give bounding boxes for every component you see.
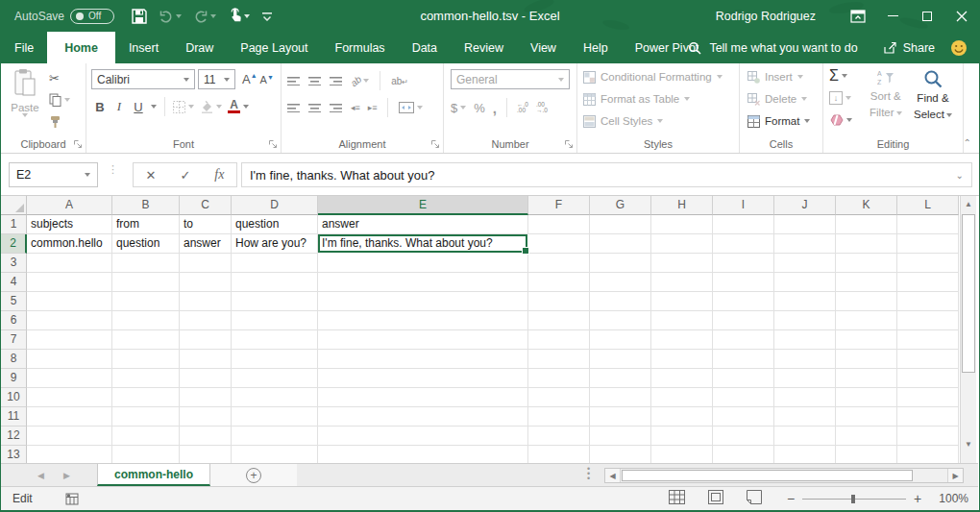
cell-I13[interactable] <box>713 446 774 463</box>
underline-button[interactable]: U <box>132 100 145 114</box>
cell-E5[interactable] <box>318 292 528 311</box>
cell-F9[interactable] <box>528 369 590 388</box>
tab-strip-resize-handle[interactable]: ••• <box>587 467 590 481</box>
cell-C13[interactable] <box>180 446 232 463</box>
cell-A5[interactable] <box>27 292 112 311</box>
column-header-L[interactable]: L <box>897 196 959 215</box>
cell-G7[interactable] <box>590 330 651 350</box>
row-header-11[interactable]: 11 <box>1 407 27 427</box>
save-button[interactable] <box>128 4 151 29</box>
cell-F12[interactable] <box>528 427 590 446</box>
row-header-2[interactable]: 2 <box>1 234 27 254</box>
tab-data[interactable]: Data <box>399 32 451 63</box>
formula-bar-resize-handle[interactable]: ⋮ <box>108 166 118 172</box>
cell-E6[interactable] <box>318 311 528 330</box>
column-header-K[interactable]: K <box>836 196 897 215</box>
cell-D8[interactable] <box>232 350 318 369</box>
alignment-dialog-launcher[interactable] <box>430 139 440 149</box>
row-header-12[interactable]: 12 <box>1 427 27 446</box>
scroll-up-arrow[interactable]: ▲ <box>961 196 976 212</box>
column-header-F[interactable]: F <box>528 196 590 215</box>
cell-L13[interactable] <box>897 446 959 463</box>
insert-cells-button[interactable]: Insert <box>747 67 803 86</box>
cell-D4[interactable] <box>232 273 318 292</box>
cell-C9[interactable] <box>180 369 232 388</box>
cell-J7[interactable] <box>774 330 836 350</box>
row-header-10[interactable]: 10 <box>1 388 27 407</box>
cell-D13[interactable] <box>232 446 318 463</box>
cell-E1[interactable]: answer <box>318 215 528 234</box>
cell-C12[interactable] <box>180 427 232 446</box>
cell-K10[interactable] <box>836 388 897 407</box>
cell-K11[interactable] <box>836 407 897 427</box>
bottom-align-button[interactable] <box>330 77 342 85</box>
cell-A9[interactable] <box>27 369 112 388</box>
cell-G13[interactable] <box>590 446 651 463</box>
cell-H1[interactable] <box>651 215 713 234</box>
cell-B6[interactable] <box>112 311 180 330</box>
paste-dropdown-caret[interactable] <box>22 113 28 117</box>
cell-K7[interactable] <box>836 330 897 350</box>
cell-A7[interactable] <box>27 330 112 350</box>
tab-review[interactable]: Review <box>451 32 517 63</box>
redo-dropdown-caret[interactable] <box>210 14 216 18</box>
cell-K3[interactable] <box>836 254 897 273</box>
cell-E2[interactable]: I'm fine, thanks. What about you? <box>318 234 528 254</box>
cell-J11[interactable] <box>774 407 836 427</box>
cell-I3[interactable] <box>713 254 774 273</box>
merge-center-button[interactable] <box>399 102 423 113</box>
cell-G12[interactable] <box>590 427 651 446</box>
horizontal-scrollbar-thumb[interactable] <box>622 470 913 481</box>
cell-I8[interactable] <box>713 350 774 369</box>
italic-button[interactable]: I <box>112 99 126 114</box>
cell-C11[interactable] <box>180 407 232 427</box>
cell-A3[interactable] <box>27 254 112 273</box>
cell-A8[interactable] <box>27 350 112 369</box>
cell-H4[interactable] <box>651 273 713 292</box>
row-header-1[interactable]: 1 <box>1 215 27 234</box>
cell-I11[interactable] <box>713 407 774 427</box>
cell-J5[interactable] <box>774 292 836 311</box>
align-center-button[interactable] <box>308 104 321 112</box>
next-sheet-arrow[interactable]: ▶ <box>63 471 70 480</box>
sheet-tab-common-hello[interactable]: common-hello <box>97 464 210 486</box>
cell-C2[interactable]: answer <box>180 234 232 254</box>
cell-A11[interactable] <box>27 407 112 427</box>
cell-F5[interactable] <box>528 292 590 311</box>
cell-H3[interactable] <box>651 254 713 273</box>
cell-K13[interactable] <box>836 446 897 463</box>
cell-C7[interactable] <box>180 330 232 350</box>
tab-insert[interactable]: Insert <box>115 32 172 63</box>
row-header-4[interactable]: 4 <box>1 273 27 292</box>
cell-A4[interactable] <box>27 273 112 292</box>
cell-F13[interactable] <box>528 446 590 463</box>
find-select-button[interactable]: Find & Select <box>914 69 952 121</box>
previous-sheet-arrow[interactable]: ◀ <box>37 471 44 480</box>
accounting-format-button[interactable]: $ <box>451 101 466 115</box>
cell-G1[interactable] <box>590 215 651 234</box>
enter-button[interactable]: ✓ <box>180 168 190 183</box>
vertical-scrollbar-thumb[interactable] <box>962 214 975 373</box>
cell-C6[interactable] <box>180 311 232 330</box>
ribbon-display-options-button[interactable] <box>841 0 875 32</box>
fill-color-button[interactable] <box>200 101 222 113</box>
zoom-slider-thumb[interactable] <box>851 495 855 503</box>
cell-K6[interactable] <box>836 311 897 330</box>
cell-K5[interactable] <box>836 292 897 311</box>
orientation-button[interactable]: ab <box>351 76 369 86</box>
tab-help[interactable]: Help <box>570 32 622 63</box>
underline-dropdown-caret[interactable] <box>151 105 157 109</box>
cell-B10[interactable] <box>112 388 180 407</box>
share-button[interactable]: Share <box>871 41 946 55</box>
cell-styles-button[interactable]: Cell Styles <box>583 111 663 131</box>
cell-K2[interactable] <box>836 234 897 254</box>
cell-D2[interactable]: How are you? <box>232 234 318 254</box>
cell-B12[interactable] <box>112 427 180 446</box>
cell-L7[interactable] <box>897 330 959 350</box>
cell-D1[interactable]: question <box>232 215 318 234</box>
cell-I2[interactable] <box>713 234 774 254</box>
increase-indent-button[interactable]: ▸≡ <box>368 103 377 112</box>
cell-C4[interactable] <box>180 273 232 292</box>
cell-I4[interactable] <box>713 273 774 292</box>
conditional-formatting-button[interactable]: Conditional Formatting <box>583 67 723 86</box>
